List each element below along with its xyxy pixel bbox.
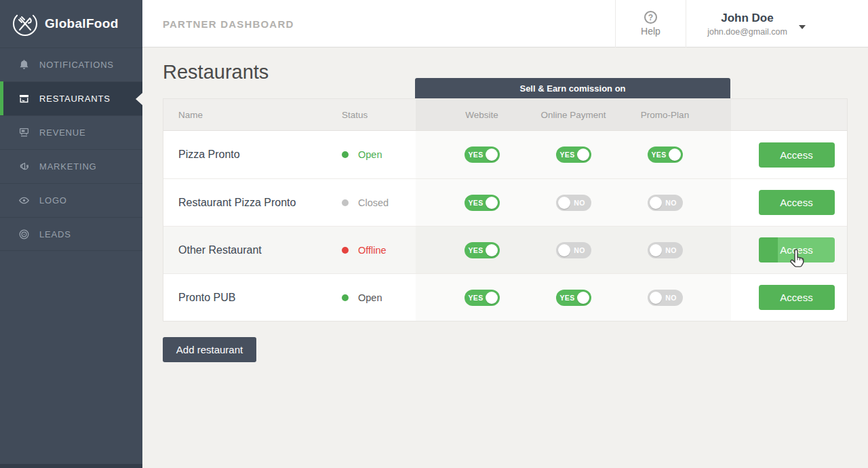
- online-payment-toggle[interactable]: YES: [556, 290, 591, 306]
- status-dot-icon: [342, 199, 349, 206]
- sidebar-nav: NOTIFICATIONS RESTAURANTS R: [0, 47, 142, 251]
- user-menu[interactable]: John Doe john.doe@gmail.com: [686, 0, 868, 47]
- sidebar-item-label: LEADS: [39, 229, 71, 239]
- sidebar: GlobalFood NOTIFICATIONS RESTAURANTS: [0, 0, 142, 468]
- table-row: Other Restaurant Offline YES NO NO Acces…: [163, 226, 847, 273]
- restaurant-name: Restaurant Pizza Pronto: [163, 197, 342, 209]
- eye-icon: [18, 195, 30, 207]
- commission-toggles: YES NO NO: [416, 227, 731, 273]
- toggle-knob: [577, 292, 589, 304]
- access-button[interactable]: Access: [759, 142, 835, 168]
- chevron-down-icon: [799, 25, 806, 29]
- status-badge: Open: [342, 149, 416, 160]
- sidebar-item-marketing[interactable]: MARKETING: [0, 149, 142, 183]
- status-text: Open: [358, 149, 382, 160]
- sidebar-item-label: NOTIFICATIONS: [39, 60, 114, 70]
- app-logo: GlobalFood: [0, 0, 142, 47]
- column-header-promo-plan: Promo-Plan: [619, 110, 711, 120]
- sidebar-item-restaurants[interactable]: RESTAURANTS: [0, 81, 142, 115]
- toggle-knob: [650, 197, 662, 209]
- help-button[interactable]: ? Help: [615, 0, 686, 47]
- sidebar-item-logo[interactable]: LOGO: [0, 183, 142, 217]
- sidebar-item-label: LOGO: [39, 195, 67, 206]
- sidebar-footer: [0, 464, 142, 468]
- status-dot-icon: [342, 151, 349, 158]
- website-toggle[interactable]: YES: [465, 195, 500, 211]
- restaurant-name: Pronto PUB: [163, 292, 342, 304]
- top-header: PARTNER DASHBOARD ? Help John Doe john.d…: [142, 0, 868, 47]
- page-title: Restaurants: [163, 61, 269, 83]
- restaurant-name: Pizza Pronto: [163, 149, 342, 161]
- column-header-online-payment: Online Payment: [528, 110, 619, 120]
- question-mark-icon: ?: [644, 11, 657, 24]
- toggle-knob: [577, 149, 589, 161]
- logo-text: GlobalFood: [45, 16, 119, 31]
- toggle-knob: [558, 244, 570, 256]
- user-email: john.doe@gmail.com: [703, 27, 792, 37]
- website-toggle[interactable]: YES: [465, 242, 500, 258]
- status-text: Open: [358, 292, 382, 303]
- sidebar-item-label: MARKETING: [39, 161, 96, 172]
- access-button[interactable]: Access: [759, 237, 835, 262]
- access-button[interactable]: Access: [759, 285, 835, 310]
- column-header-website: Website: [436, 110, 528, 120]
- column-header-status: Status: [342, 110, 416, 120]
- toggle-knob: [669, 149, 681, 161]
- commission-toggles: YES YES YES: [416, 131, 731, 178]
- target-icon: [18, 228, 30, 240]
- table-row: Pronto PUB Open YES YES NO Access: [163, 273, 847, 321]
- status-badge: Closed: [342, 197, 416, 208]
- bell-icon: [18, 59, 30, 71]
- table-row: Restaurant Pizza Pronto Closed YES NO NO…: [163, 178, 847, 226]
- user-info: John Doe john.doe@gmail.com: [703, 12, 792, 37]
- sidebar-item-label: REVENUE: [39, 128, 85, 138]
- fork-knife-logo-icon: [12, 10, 39, 37]
- restaurant-name: Other Restaurant: [163, 244, 342, 256]
- website-toggle[interactable]: YES: [465, 147, 500, 163]
- sidebar-item-leads[interactable]: LEADS: [0, 217, 142, 251]
- status-badge: Open: [342, 292, 416, 303]
- online-payment-toggle[interactable]: YES: [556, 147, 591, 163]
- promo-plan-toggle[interactable]: YES: [648, 147, 683, 163]
- add-restaurant-button[interactable]: Add restaurant: [163, 337, 256, 362]
- user-name: John Doe: [703, 12, 792, 25]
- cash-register-icon: [18, 127, 30, 139]
- commission-toggles: YES NO NO: [416, 179, 731, 226]
- status-dot-icon: [342, 247, 349, 254]
- megaphone-icon: [18, 161, 30, 173]
- sidebar-item-revenue[interactable]: REVENUE: [0, 115, 142, 149]
- online-payment-toggle[interactable]: NO: [556, 242, 591, 258]
- sidebar-item-label: RESTAURANTS: [39, 94, 111, 104]
- toggle-knob: [558, 197, 570, 209]
- status-text: Offline: [358, 245, 387, 256]
- toggle-knob: [486, 292, 498, 304]
- main-content: Restaurants Sell & Earn comission on Nam…: [142, 47, 868, 468]
- commission-toggles: YES YES NO: [416, 274, 731, 321]
- promo-plan-toggle[interactable]: NO: [648, 290, 683, 306]
- toggle-knob: [650, 292, 662, 304]
- status-badge: Offline: [342, 245, 416, 256]
- help-label: Help: [641, 26, 660, 37]
- access-button[interactable]: Access: [759, 190, 835, 215]
- status-text: Closed: [358, 197, 389, 208]
- website-toggle[interactable]: YES: [465, 290, 500, 306]
- dashboard-title: PARTNER DASHBOARD: [163, 18, 294, 30]
- sidebar-item-notifications[interactable]: NOTIFICATIONS: [0, 47, 142, 81]
- table-header-row: Name Status Website Online Payment Promo…: [163, 99, 847, 131]
- toggle-knob: [486, 197, 498, 209]
- status-dot-icon: [342, 294, 349, 301]
- toggle-knob: [486, 149, 498, 161]
- restaurants-table-wrap: Sell & Earn comission on Name Status Web…: [163, 98, 848, 321]
- toggle-knob: [650, 244, 662, 256]
- online-payment-toggle[interactable]: NO: [556, 195, 591, 211]
- promo-plan-toggle[interactable]: NO: [648, 242, 683, 258]
- promo-plan-toggle[interactable]: NO: [648, 195, 683, 211]
- storefront-icon: [18, 93, 30, 105]
- column-header-name: Name: [163, 110, 342, 120]
- table-row: Pizza Pronto Open YES YES YES Access: [163, 131, 847, 178]
- toggle-knob: [486, 244, 498, 256]
- restaurants-table: Name Status Website Online Payment Promo…: [163, 98, 848, 321]
- sell-earn-band: Sell & Earn comission on: [415, 78, 730, 98]
- band-column-headers: Website Online Payment Promo-Plan: [416, 99, 731, 130]
